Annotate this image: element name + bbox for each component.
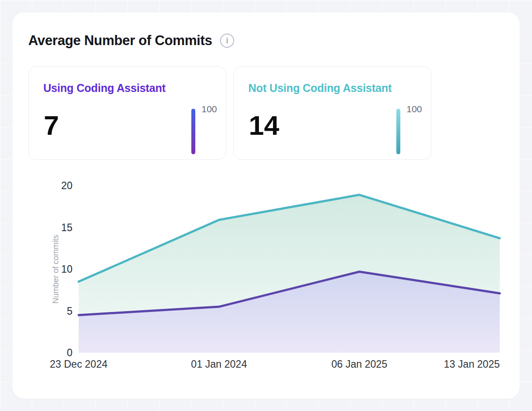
x-tick: 23 Dec 2024 [50, 358, 107, 370]
stat-scale-bar [396, 109, 400, 154]
y-tick: 0 [67, 347, 72, 359]
stat-card-not-using-assistant: Not Using Coding Assistant 14 100 [233, 66, 431, 160]
commits-area-chart: Number of commits 05101520 23 Dec 202401… [79, 186, 500, 353]
y-tick: 10 [61, 263, 72, 275]
y-tick: 15 [61, 221, 72, 233]
stat-value: 14 [249, 112, 279, 139]
x-tick: 06 Jan 2025 [331, 358, 388, 370]
x-tick: 01 Jan 2024 [191, 358, 247, 370]
x-axis-labels: 23 Dec 202401 Jan 202406 Jan 202513 Jan … [79, 358, 500, 372]
stat-label: Using Coding Assistant [43, 82, 166, 95]
stat-scale-max: 100 [407, 104, 422, 114]
stat-value: 7 [44, 112, 59, 139]
page-title: Average Number of Commits [28, 33, 212, 49]
y-tick: 5 [67, 305, 72, 317]
info-icon[interactable]: i [220, 34, 234, 48]
stat-scale-bar [191, 109, 195, 154]
y-tick: 20 [61, 180, 72, 192]
card-header: Average Number of Commits i [28, 33, 234, 49]
x-tick: 13 Jan 2025 [444, 358, 500, 370]
y-axis-ticks: 05101520 [46, 186, 72, 353]
average-commits-card: Average Number of Commits i Using Coding… [12, 12, 520, 399]
chart-plot[interactable] [79, 186, 500, 353]
stat-card-using-assistant: Using Coding Assistant 7 100 [28, 66, 226, 160]
stat-label: Not Using Coding Assistant [248, 82, 391, 95]
stat-scale-max: 100 [201, 104, 217, 114]
